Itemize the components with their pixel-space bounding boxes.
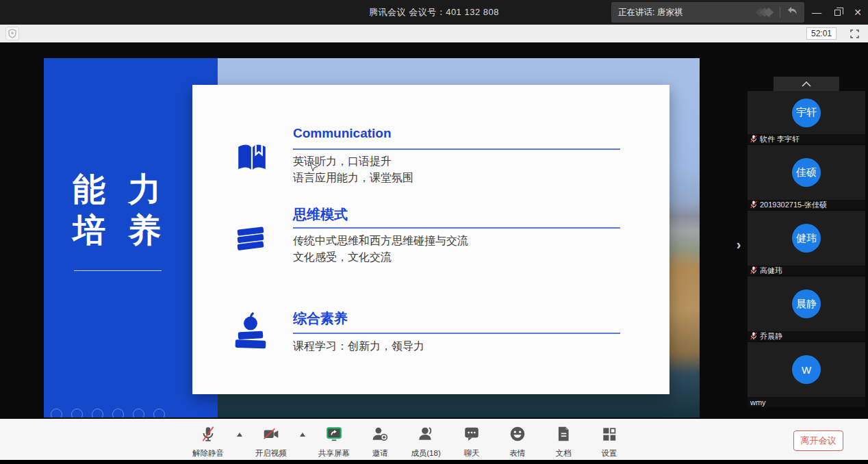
participant-name: 软件 李宇轩 <box>760 134 800 144</box>
section-rule <box>293 333 620 334</box>
social-icon <box>112 409 124 417</box>
meeting-logo-icon <box>757 9 772 16</box>
panel-underline <box>74 270 162 271</box>
social-icon <box>92 409 103 417</box>
social-icon <box>51 409 62 417</box>
section-title: 思维模式 <box>293 205 348 224</box>
fullscreen-icon[interactable] <box>849 28 860 39</box>
mic-muted-icon <box>750 265 757 277</box>
title-bar: 腾讯会议 会议号：401 132 808 正在讲话: 唐家祺 — ✕ <box>0 0 868 25</box>
avatar: 晨静 <box>792 289 821 318</box>
share-screen-icon <box>325 425 343 446</box>
avatar: W <box>792 355 821 384</box>
invite-person-icon <box>371 425 389 446</box>
bottom-toolbar: 解除静音 开启视频 共享屏幕 邀请 <box>0 419 868 460</box>
docs-button[interactable]: 文档 <box>544 419 583 460</box>
participant-name: 乔晨静 <box>760 331 782 341</box>
shared-screen: 能 力培 养 Communication <box>44 58 700 417</box>
invite-button[interactable]: 邀请 <box>361 419 399 460</box>
social-icon <box>71 409 83 417</box>
speaking-indicator: 正在讲话: 唐家祺 <box>611 2 804 23</box>
camera-off-icon <box>261 425 281 446</box>
social-icon <box>153 409 165 417</box>
close-button[interactable]: ✕ <box>847 0 868 25</box>
participant-tile[interactable]: 佳硕 2019302715-张佳硕 <box>748 145 865 210</box>
leave-meeting-button[interactable]: 离开会议 <box>793 430 843 451</box>
chat-bubble-icon <box>463 425 481 446</box>
book-stack-icon <box>231 220 270 260</box>
apple-on-books-icon <box>231 309 270 356</box>
speaking-label: 正在讲话: 唐家祺 <box>618 7 751 18</box>
avatar: 宇轩 <box>792 99 821 127</box>
status-bar: 52:01 <box>0 25 868 42</box>
emoji-button[interactable]: 表情 <box>498 419 537 460</box>
participant-tile[interactable]: W wmy <box>748 342 865 407</box>
settings-button[interactable]: 设置 <box>590 419 628 460</box>
members-icon <box>417 425 435 446</box>
tencent-meeting-window: 腾讯会议 会议号：401 132 808 正在讲话: 唐家祺 — ✕ 52:01 <box>0 0 868 464</box>
smiley-icon <box>509 425 526 446</box>
mouse-cursor <box>309 162 318 177</box>
mic-muted-icon <box>199 425 217 446</box>
chat-button[interactable]: 聊天 <box>452 419 491 460</box>
participant-tile[interactable]: 宇轩 软件 李宇轩 <box>748 91 865 144</box>
window-controls: — ✕ <box>806 0 868 25</box>
document-icon <box>554 425 572 446</box>
return-arrow-icon[interactable] <box>787 6 797 18</box>
bottom-strip <box>0 460 868 464</box>
restore-button[interactable] <box>827 0 847 25</box>
start-video-button[interactable]: 开启视频 <box>252 419 290 460</box>
scroll-up-button[interactable] <box>774 77 839 91</box>
video-options-caret[interactable] <box>298 419 307 460</box>
mic-muted-icon <box>750 331 757 343</box>
mic-options-caret[interactable] <box>235 419 244 460</box>
participant-tile[interactable]: 晨静 乔晨静 <box>748 276 865 341</box>
participant-panel: 宇轩 软件 李宇轩 佳硕 2019302715-张佳硕 健玮 高健玮 <box>748 42 865 419</box>
settings-grid-icon <box>600 425 618 446</box>
panel-expand-chevron-icon[interactable]: › <box>731 235 746 253</box>
social-icon <box>133 409 144 417</box>
mic-muted-icon <box>750 199 757 211</box>
section-title: 综合素养 <box>293 309 348 328</box>
section-title: Communication <box>293 126 392 141</box>
participant-name: 2019302715-张佳硕 <box>760 200 827 210</box>
section-body: 课程学习：创新力，领导力 <box>293 338 424 355</box>
share-screen-button[interactable]: 共享屏幕 <box>315 419 353 460</box>
section-rule <box>293 227 620 229</box>
participant-name: wmy <box>750 398 766 407</box>
social-icons-row <box>51 409 165 417</box>
avatar: 佳硕 <box>792 158 821 187</box>
slide-card: Communication 英语听力，口语提升 语言应用能力，课堂氛围 思维模式… <box>192 85 669 394</box>
minimize-button[interactable]: — <box>806 0 827 25</box>
security-shield-icon[interactable] <box>5 27 19 40</box>
members-button[interactable]: 成员(18) <box>407 419 445 460</box>
open-book-icon <box>233 137 270 179</box>
section-rule <box>293 149 620 150</box>
mic-muted-icon <box>750 133 757 146</box>
slide-panel-title: 能 力培 养 <box>73 169 168 251</box>
meeting-timer: 52:01 <box>806 27 837 40</box>
participant-tile[interactable]: 健玮 高健玮 <box>748 211 865 276</box>
section-body: 传统中式思维和西方思维碰撞与交流 文化感受，文化交流 <box>293 233 468 266</box>
unmute-button[interactable]: 解除静音 <box>189 419 227 460</box>
slide-left-panel: 能 力培 养 <box>44 58 218 417</box>
participant-name: 高健玮 <box>760 266 782 276</box>
divider <box>780 7 780 18</box>
main-stage: 能 力培 养 Communication <box>0 42 868 419</box>
avatar: 健玮 <box>792 224 821 253</box>
